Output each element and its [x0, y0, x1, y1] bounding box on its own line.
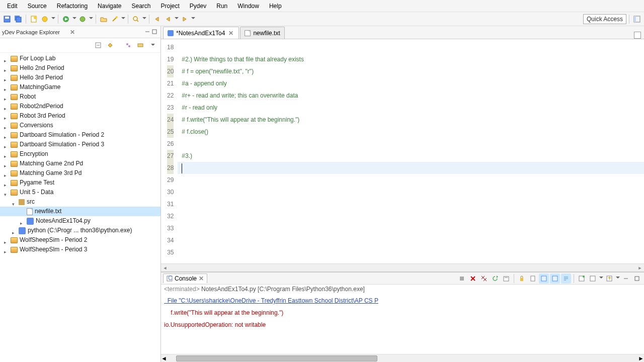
tree-item[interactable]: Hello 2nd Period [0, 63, 160, 73]
svg-rect-37 [541, 276, 546, 281]
clear-console-icon[interactable] [501, 274, 511, 284]
menu-help[interactable]: Help [264, 1, 287, 12]
tree-item[interactable]: Encryption [0, 149, 160, 159]
close-view-icon[interactable]: ✕ [70, 29, 77, 36]
scroll-lock-icon[interactable] [517, 274, 527, 284]
tree-item[interactable]: For Loop Lab [0, 54, 160, 63]
perspective-icon[interactable] [632, 14, 642, 24]
tree-item[interactable]: Conversions [0, 121, 160, 130]
tree-label: NotesAndEx1To4.py [36, 217, 91, 225]
tree-item[interactable]: src [0, 197, 160, 207]
file-icon [27, 208, 33, 215]
console-status: <terminated> NotesAndEx1To4.py [C:\Progr… [161, 285, 644, 294]
tree-item[interactable]: Dartboard Simulation - Period 3 [0, 140, 160, 149]
menu-pydev[interactable]: Pydev [185, 1, 211, 12]
editor-hscroll[interactable]: ◄► [161, 263, 644, 272]
menu-source[interactable]: Source [23, 1, 52, 12]
menu-run[interactable]: Run [211, 1, 232, 12]
svg-point-43 [583, 276, 585, 278]
menu-edit[interactable]: Edit [2, 1, 23, 12]
relaunch-icon[interactable] [490, 274, 500, 284]
tree-item[interactable]: newfile.txt [0, 207, 160, 216]
show-command-icon[interactable] [539, 274, 549, 284]
terminate-icon[interactable] [457, 274, 467, 284]
svg-rect-44 [590, 276, 595, 281]
save-icon[interactable] [2, 14, 12, 24]
svg-point-6 [42, 17, 47, 22]
svg-point-5 [34, 16, 37, 19]
console-hscroll[interactable]: ◄► [161, 354, 644, 362]
search-icon[interactable] [131, 14, 141, 24]
minimize-icon[interactable] [144, 29, 151, 36]
proj-icon [11, 247, 18, 253]
prev-edit-icon[interactable] [152, 14, 162, 24]
wand-icon[interactable] [110, 14, 120, 24]
code-editor[interactable]: 181920212223242526272829303132333435 #2.… [161, 39, 644, 263]
editor-tab[interactable]: *NotesAndEx1To4✕ [163, 27, 239, 39]
working-set-icon[interactable] [135, 40, 145, 50]
maximize-icon[interactable] [151, 29, 158, 36]
editor-tab[interactable]: newfile.txt [240, 27, 284, 39]
pkg-icon [19, 199, 25, 205]
tree-item[interactable]: Matching Game 2nd Pd [0, 159, 160, 168]
tree-item[interactable]: Hello 3rd Period [0, 73, 160, 82]
run-icon[interactable] [61, 14, 71, 24]
py-icon [27, 218, 34, 225]
proj-icon [11, 151, 18, 157]
filter-icon[interactable] [123, 40, 133, 50]
tree-item[interactable]: Unit 5 - Data [0, 188, 160, 197]
show-output-icon[interactable] [550, 274, 560, 284]
menu-navigate[interactable]: Navigate [93, 1, 126, 12]
svg-point-12 [133, 17, 137, 21]
tree-item[interactable]: Robot [0, 92, 160, 102]
link-editor-icon[interactable] [105, 40, 115, 50]
project-tree[interactable]: For Loop LabHello 2nd PeriodHello 3rd Pe… [0, 53, 160, 362]
tree-item[interactable]: MatchingGame [0, 82, 160, 92]
py-icon [168, 30, 174, 36]
new-console-icon[interactable]: + [604, 274, 614, 284]
maximize-editor-icon[interactable] [634, 32, 641, 39]
tree-item[interactable]: python (C:\Progr ... thon36\python.exe) [0, 226, 160, 235]
pin-console-icon[interactable] [528, 274, 538, 284]
tree-label: src [27, 198, 35, 206]
debug-icon[interactable] [77, 14, 88, 24]
open-console-icon[interactable] [577, 274, 587, 284]
display-selected-icon[interactable] [588, 274, 598, 284]
open-icon[interactable] [99, 14, 109, 24]
tree-item[interactable]: Dartboard Simulation - Period 2 [0, 130, 160, 140]
console-output[interactable]: File "C:\Users\sharicke\OneDrive - Tredy… [161, 294, 644, 354]
tree-item[interactable]: Pygame Test [0, 178, 160, 188]
tree-label: Hello 3rd Period [20, 73, 63, 82]
tree-item[interactable]: Matching Game 3rd Pd [0, 168, 160, 178]
new-icon[interactable] [29, 14, 39, 24]
view-menu-icon[interactable] [147, 40, 157, 50]
save-all-icon[interactable] [13, 14, 23, 24]
remove-launch-icon[interactable] [468, 274, 478, 284]
console-min-icon[interactable] [621, 274, 631, 284]
forward-icon[interactable] [180, 14, 190, 24]
close-console-icon[interactable]: ✕ [199, 275, 204, 282]
menu-project[interactable]: Project [156, 1, 185, 12]
tree-item[interactable]: WolfSheepSlm - Period 3 [0, 245, 160, 254]
wrap-icon[interactable] [561, 274, 571, 284]
collapse-all-icon[interactable] [93, 40, 103, 50]
svg-line-13 [137, 20, 138, 22]
console-max-icon[interactable] [632, 274, 642, 284]
new-wizard-icon[interactable] [40, 14, 50, 24]
tree-item[interactable]: Robot 3rd Period [0, 111, 160, 121]
file-icon [245, 30, 251, 36]
console-tab[interactable]: C Console ✕ [163, 274, 207, 283]
tree-label: For Loop Lab [20, 54, 55, 63]
quick-access-input[interactable]: Quick Access [583, 14, 626, 24]
tree-item[interactable]: NotesAndEx1To4.py [0, 216, 160, 226]
tree-item[interactable]: WolfSheepSim - Period 2 [0, 235, 160, 245]
tree-item[interactable]: Robot2ndPeriod [0, 102, 160, 111]
close-tab-icon[interactable]: ✕ [227, 30, 234, 37]
menu-refactoring[interactable]: Refactoring [52, 1, 93, 12]
menubar: EditSourceRefactoringNavigateSearchProje… [0, 0, 644, 12]
menu-search[interactable]: Search [126, 1, 155, 12]
remove-all-icon[interactable] [479, 274, 489, 284]
menu-window[interactable]: Window [232, 1, 264, 12]
tree-label: WolfSheepSlm - Period 3 [20, 245, 88, 254]
back-icon[interactable] [163, 14, 173, 24]
